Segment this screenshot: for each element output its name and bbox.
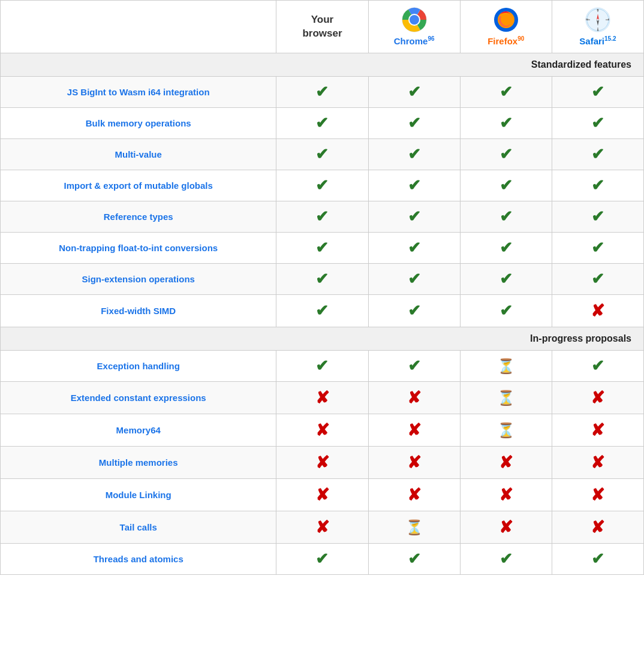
safari-cell-0-3: ✔ xyxy=(552,170,643,201)
feature-row-1-3: Multiple memories ✘ ✘ ✘ ✘ xyxy=(1,447,644,479)
your-browser-cell-1-4: ✘ xyxy=(276,479,368,511)
firefox-cell-1-6: ✔ xyxy=(460,544,552,575)
feature-name-0-2: Multi-value xyxy=(1,139,276,170)
firefox-cell-1-3: ✘ xyxy=(460,447,552,479)
feature-name-1-6: Threads and atomics xyxy=(1,544,276,575)
feature-row-1-6: Threads and atomics ✔ ✔ ✔ ✔ xyxy=(1,544,644,575)
safari-cell-0-6: ✔ xyxy=(552,264,643,295)
chrome-label: Chrome xyxy=(394,36,428,46)
feature-row-0-6: Sign-extension operations ✔ ✔ ✔ ✔ xyxy=(1,264,644,295)
firefox-label: Firefox xyxy=(487,36,517,46)
feature-row-1-0: Exception handling ✔ ✔ ⏳ ✔ xyxy=(1,351,644,382)
feature-row-0-3: Import & export of mutable globals ✔ ✔ ✔… xyxy=(1,170,644,201)
feature-row-0-4: Reference types ✔ ✔ ✔ ✔ xyxy=(1,201,644,233)
your-browser-cell-1-5: ✘ xyxy=(276,511,368,544)
safari-cell-1-5: ✘ xyxy=(552,511,643,544)
your-browser-header: Your browser xyxy=(276,1,368,53)
feature-name-1-0: Exception handling xyxy=(1,351,276,382)
feature-row-0-2: Multi-value ✔ ✔ ✔ ✔ xyxy=(1,139,644,170)
chrome-version: 96 xyxy=(428,35,434,42)
safari-cell-0-5: ✔ xyxy=(552,233,643,264)
feature-name-1-4: Module Linking xyxy=(1,479,276,511)
safari-cell-1-0: ✔ xyxy=(552,351,643,382)
safari-cell-0-1: ✔ xyxy=(552,108,643,139)
firefox-cell-1-5: ✘ xyxy=(460,511,552,544)
safari-cell-0-7: ✘ xyxy=(552,295,643,327)
header-row: Your browser xyxy=(1,1,644,53)
feature-name-0-1: Bulk memory operations xyxy=(1,108,276,139)
svg-text:E: E xyxy=(608,18,610,21)
svg-text:N: N xyxy=(597,8,598,11)
feature-row-1-2: Memory64 ✘ ✘ ⏳ ✘ xyxy=(1,414,644,447)
feature-row-0-0: JS BigInt to Wasm i64 integration ✔ ✔ ✔ … xyxy=(1,77,644,108)
firefox-cell-1-4: ✘ xyxy=(460,479,552,511)
section-header-0: Standardized features xyxy=(1,53,644,77)
firefox-cell-0-1: ✔ xyxy=(460,108,552,139)
firefox-cell-0-7: ✔ xyxy=(460,295,552,327)
feature-name-1-1: Extended constant expressions xyxy=(1,382,276,414)
svg-point-6 xyxy=(501,15,511,25)
feature-row-0-1: Bulk memory operations ✔ ✔ ✔ ✔ xyxy=(1,108,644,139)
safari-cell-1-6: ✔ xyxy=(552,544,643,575)
safari-cell-1-1: ✘ xyxy=(552,382,643,414)
feature-name-0-5: Non-trapping float-to-int conversions xyxy=(1,233,276,264)
section-title-1: In-progress proposals xyxy=(1,327,644,351)
chrome-cell-0-3: ✔ xyxy=(368,170,460,201)
safari-cell-1-4: ✘ xyxy=(552,479,643,511)
firefox-cell-0-3: ✔ xyxy=(460,170,552,201)
svg-text:W: W xyxy=(586,18,588,21)
chrome-cell-0-7: ✔ xyxy=(368,295,460,327)
firefox-cell-0-2: ✔ xyxy=(460,139,552,170)
your-browser-cell-0-4: ✔ xyxy=(276,201,368,233)
your-browser-cell-0-7: ✔ xyxy=(276,295,368,327)
safari-label: Safari xyxy=(579,36,604,46)
firefox-header: Firefox90 xyxy=(460,1,552,53)
chrome-cell-0-2: ✔ xyxy=(368,139,460,170)
chrome-header: Chrome96 xyxy=(368,1,460,53)
chrome-cell-0-5: ✔ xyxy=(368,233,460,264)
firefox-version: 90 xyxy=(517,35,524,42)
compatibility-table: Your browser xyxy=(0,0,644,575)
chrome-cell-1-0: ✔ xyxy=(368,351,460,382)
firefox-cell-0-5: ✔ xyxy=(460,233,552,264)
feature-name-1-3: Multiple memories xyxy=(1,447,276,479)
firefox-cell-0-4: ✔ xyxy=(460,201,552,233)
your-browser-cell-0-3: ✔ xyxy=(276,170,368,201)
safari-cell-0-2: ✔ xyxy=(552,139,643,170)
feature-column-header xyxy=(1,1,276,53)
feature-row-0-5: Non-trapping float-to-int conversions ✔ … xyxy=(1,233,644,264)
firefox-cell-1-2: ⏳ xyxy=(460,414,552,447)
your-browser-cell-1-6: ✔ xyxy=(276,544,368,575)
feature-name-0-3: Import & export of mutable globals xyxy=(1,170,276,201)
firefox-icon xyxy=(493,7,519,33)
firefox-cell-1-1: ⏳ xyxy=(460,382,552,414)
feature-name-0-6: Sign-extension operations xyxy=(1,264,276,295)
your-browser-cell-0-0: ✔ xyxy=(276,77,368,108)
chrome-cell-0-4: ✔ xyxy=(368,201,460,233)
your-browser-cell-1-2: ✘ xyxy=(276,414,368,447)
your-browser-cell-1-3: ✘ xyxy=(276,447,368,479)
your-browser-cell-0-1: ✔ xyxy=(276,108,368,139)
your-browser-cell-0-2: ✔ xyxy=(276,139,368,170)
feature-row-0-7: Fixed-width SIMD ✔ ✔ ✔ ✘ xyxy=(1,295,644,327)
firefox-cell-1-0: ⏳ xyxy=(460,351,552,382)
chrome-cell-1-1: ✘ xyxy=(368,382,460,414)
your-browser-cell-1-0: ✔ xyxy=(276,351,368,382)
chrome-cell-0-6: ✔ xyxy=(368,264,460,295)
section-title-0: Standardized features xyxy=(1,53,644,77)
your-browser-cell-1-1: ✘ xyxy=(276,382,368,414)
feature-name-0-4: Reference types xyxy=(1,201,276,233)
safari-cell-0-4: ✔ xyxy=(552,201,643,233)
safari-icon: N S E W xyxy=(585,7,611,33)
feature-row-1-4: Module Linking ✘ ✘ ✘ ✘ xyxy=(1,479,644,511)
table-body: Standardized features JS BigInt to Wasm … xyxy=(1,53,644,575)
feature-name-1-5: Tail calls xyxy=(1,511,276,544)
feature-name-1-2: Memory64 xyxy=(1,414,276,447)
chrome-cell-1-6: ✔ xyxy=(368,544,460,575)
svg-point-3 xyxy=(410,15,419,25)
feature-name-0-0: JS BigInt to Wasm i64 integration xyxy=(1,77,276,108)
firefox-cell-0-6: ✔ xyxy=(460,264,552,295)
safari-cell-0-0: ✔ xyxy=(552,77,643,108)
safari-version: 15.2 xyxy=(604,35,616,42)
your-browser-cell-0-6: ✔ xyxy=(276,264,368,295)
